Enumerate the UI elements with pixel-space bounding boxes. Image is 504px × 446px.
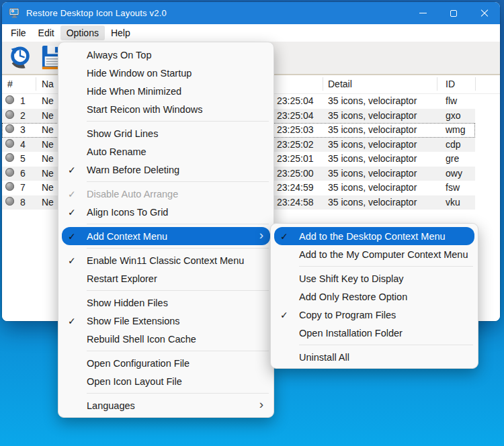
desktop-background: Restore Desktop Icon Layouts v2.0 FileEd… — [0, 0, 504, 446]
checkmark-icon: ✓ — [68, 165, 84, 175]
row-time: 23:25:04 — [277, 95, 314, 106]
menu-item-label: Disable Auto Arrange — [87, 189, 178, 199]
menu-item-languages[interactable]: Languages› — [62, 396, 270, 414]
column-separator[interactable] — [36, 77, 36, 91]
menu-item-rebuild-shell-icon-cache[interactable]: Rebuild Shell Icon Cache — [62, 330, 270, 348]
menu-item-hide-when-minimized[interactable]: Hide When Minimized — [62, 82, 270, 100]
menubar-item-edit[interactable]: Edit — [32, 26, 60, 40]
menu-item-show-file-extensions[interactable]: ✓Show File Extensions — [62, 312, 270, 330]
layout-ball-icon[interactable] — [5, 139, 14, 148]
row-detail: 35 icons, velociraptor — [328, 124, 417, 135]
row-id: flw — [446, 95, 457, 106]
column-header-id[interactable]: ID — [446, 79, 455, 89]
menu-item-open-configuration-file[interactable]: Open Configuration File — [62, 354, 270, 372]
clock-restore-icon — [7, 45, 33, 71]
row-number: 6 — [20, 168, 26, 179]
row-number: 2 — [20, 110, 26, 121]
column-header-number[interactable]: # — [7, 79, 13, 89]
row-detail: 35 icons, velociraptor — [328, 197, 417, 208]
menu-item-add-context-menu[interactable]: ✓Add Context Menu› — [62, 227, 270, 245]
row-id: fsw — [446, 182, 460, 193]
menu-separator — [58, 348, 274, 354]
menu-item-label: Show Grid Lines — [87, 128, 158, 139]
menu-item-copy-to-program-files[interactable]: ✓Copy to Program Files — [274, 306, 474, 324]
layout-ball-icon[interactable] — [5, 182, 14, 191]
menu-item-open-icon-layout-file[interactable]: Open Icon Layout File — [62, 372, 270, 390]
column-separator[interactable] — [437, 77, 437, 91]
row-detail: 35 icons, velociraptor — [328, 139, 417, 150]
checkmark-icon: ✓ — [280, 231, 296, 242]
menu-item-label: Uninstall All — [299, 352, 349, 363]
layout-ball-icon[interactable] — [5, 95, 14, 104]
layout-ball-icon[interactable] — [5, 168, 14, 177]
column-header-detail[interactable]: Detail — [328, 79, 352, 89]
restore-layout-button[interactable] — [7, 44, 34, 71]
row-name: Ne — [42, 95, 54, 106]
menu-item-label: Enable Win11 Classic Context Menu — [87, 255, 244, 266]
add-context-menu-submenu: ✓Add to the Desktop Context MenuAdd to t… — [270, 223, 478, 369]
menu-item-uninstall-all[interactable]: Uninstall All — [274, 348, 474, 366]
minimize-icon — [419, 13, 427, 13]
menu-item-auto-rename[interactable]: Auto Rename — [62, 142, 270, 161]
row-number: 3 — [20, 124, 26, 135]
row-name: Ne — [42, 197, 54, 208]
menu-item-label: Start Reicon with Windows — [87, 104, 202, 115]
row-detail: 35 icons, velociraptor — [328, 95, 417, 106]
window-controls — [407, 2, 500, 24]
menu-item-open-installation-folder[interactable]: Open Installation Folder — [274, 324, 474, 342]
menu-item-add-to-the-my-computer-context-menu[interactable]: Add to the My Computer Context Menu — [274, 245, 474, 263]
menu-item-start-reicon-with-windows[interactable]: Start Reicon with Windows — [62, 100, 270, 118]
menu-item-align-icons-to-grid[interactable]: ✓Align Icons To Grid — [62, 203, 270, 221]
row-name: Ne — [42, 139, 54, 150]
maximize-button[interactable] — [438, 2, 469, 24]
titlebar[interactable]: Restore Desktop Icon Layouts v2.0 — [2, 2, 500, 24]
row-id: cdp — [446, 139, 461, 150]
menu-item-label: Show File Extensions — [87, 316, 180, 326]
row-id: gxo — [446, 110, 461, 121]
menu-item-label: Add to the My Computer Context Menu — [299, 249, 468, 260]
window-title: Restore Desktop Icon Layouts v2.0 — [26, 8, 167, 18]
column-separator[interactable] — [323, 77, 323, 91]
menu-separator — [58, 245, 274, 251]
menu-item-label: Open Icon Layout File — [87, 376, 182, 387]
menu-item-enable-win11-classic-context-menu[interactable]: ✓Enable Win11 Classic Context Menu — [62, 251, 270, 269]
close-button[interactable] — [469, 2, 500, 24]
row-id: gre — [446, 153, 459, 164]
menu-item-label: Always On Top — [87, 50, 151, 60]
menu-item-add-only-restore-option[interactable]: Add Only Restore Option — [274, 287, 474, 306]
row-number: 1 — [20, 95, 26, 106]
layout-ball-icon[interactable] — [5, 197, 14, 206]
menu-item-show-hidden-files[interactable]: Show Hidden Files — [62, 294, 270, 312]
menubar-item-help[interactable]: Help — [105, 26, 136, 40]
menu-item-use-shift-key-to-display[interactable]: Use Shift Key to Display — [274, 269, 474, 287]
menu-item-warn-before-deleting[interactable]: ✓Warn Before Deleting — [62, 161, 270, 179]
layout-ball-icon[interactable] — [5, 124, 14, 133]
column-separator[interactable] — [475, 77, 476, 91]
menu-item-label: Show Hidden Files — [87, 298, 168, 308]
row-detail: 35 icons, velociraptor — [328, 153, 417, 164]
menu-item-label: Add to the Desktop Context Menu — [299, 231, 446, 242]
menu-separator — [58, 390, 274, 396]
checkmark-icon: ✓ — [68, 207, 84, 218]
menu-item-restart-explorer[interactable]: Restart Explorer — [62, 269, 270, 287]
minimize-button[interactable] — [407, 2, 438, 24]
menu-separator — [58, 179, 274, 185]
row-time: 23:25:02 — [277, 139, 314, 150]
menu-item-disable-auto-arrange: ✓Disable Auto Arrange — [62, 185, 270, 203]
menu-item-hide-window-on-startup[interactable]: Hide Window on Startup — [62, 64, 270, 82]
column-header-name[interactable]: Na — [42, 79, 54, 89]
menubar-item-file[interactable]: File — [5, 26, 32, 40]
menu-item-always-on-top[interactable]: Always On Top — [62, 46, 270, 64]
menu-separator — [271, 263, 478, 269]
layout-ball-icon[interactable] — [5, 110, 14, 119]
menu-item-add-to-the-desktop-context-menu[interactable]: ✓Add to the Desktop Context Menu — [274, 227, 474, 245]
menubar-item-options[interactable]: Options — [60, 26, 105, 40]
menu-item-label: Warn Before Deleting — [87, 165, 179, 175]
menu-item-label: Hide When Minimized — [87, 86, 181, 97]
layout-ball-icon[interactable] — [5, 153, 14, 162]
row-time: 23:24:58 — [277, 197, 314, 208]
checkmark-icon: ✓ — [68, 231, 84, 242]
menu-item-show-grid-lines[interactable]: Show Grid Lines — [62, 124, 270, 142]
menu-item-label: Open Configuration File — [87, 358, 190, 369]
row-time: 23:25:04 — [277, 110, 314, 121]
